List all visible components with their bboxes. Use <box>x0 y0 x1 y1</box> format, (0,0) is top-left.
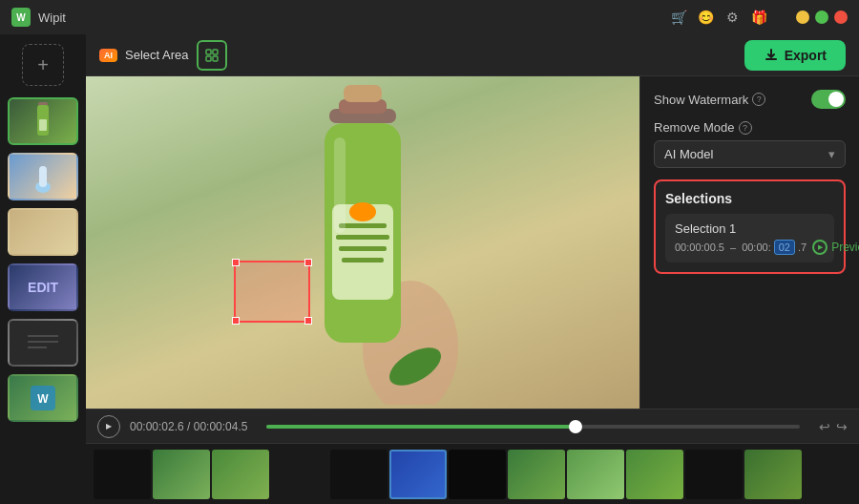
maximize-button[interactable] <box>815 10 828 24</box>
thumbnail-6-bg: W <box>10 376 76 420</box>
time-end: 00:00: 02 .7 <box>742 240 807 255</box>
chevron-down-icon: ▾ <box>828 147 835 161</box>
thumbnail-6[interactable]: W <box>8 374 78 422</box>
timeline-area: ▶ 00:00:02.6 / 00:00:04.5 ↩ ↪ <box>86 409 859 504</box>
selections-title: Selections <box>665 191 834 206</box>
timeline-actions: ↩ ↪ <box>819 419 848 434</box>
thumbnail-3[interactable] <box>8 208 78 256</box>
gear-icon[interactable]: ⚙ <box>722 7 743 28</box>
play-icon: ▶ <box>106 422 112 430</box>
thumbnail-2[interactable] <box>8 153 78 200</box>
preview-circle-icon: ▶ <box>812 240 828 255</box>
svg-rect-21 <box>339 246 387 251</box>
thumbnail-1[interactable] <box>8 97 78 145</box>
selection-item-title: Selection 1 <box>675 221 825 236</box>
titlebar-left: W Wipit <box>11 8 66 27</box>
tool-label: Select Area <box>125 48 189 62</box>
watermark-label: Show Watermark ? <box>654 93 765 107</box>
thumbnail-2-bg <box>10 155 76 199</box>
film-frame-4[interactable] <box>271 450 328 499</box>
remove-mode-info-icon[interactable]: ? <box>739 121 752 135</box>
titlebar: W Wipit 🛒 😊 ⚙ 🎁 <box>0 0 859 34</box>
svg-rect-20 <box>336 235 389 240</box>
ai-badge: AI <box>99 49 117 62</box>
svg-text:W: W <box>37 392 49 406</box>
svg-rect-22 <box>342 258 384 262</box>
video-background <box>86 76 639 409</box>
thumbnail-4-bg: EDIT <box>10 265 76 309</box>
time-start: 00:00:00.5 <box>675 242 724 253</box>
close-button[interactable] <box>834 10 848 24</box>
bottle-image <box>248 80 477 405</box>
watermark-row: Show Watermark ? <box>654 90 846 109</box>
svg-rect-11 <box>213 50 218 54</box>
svg-point-23 <box>349 202 376 221</box>
thumbnail-1-bg <box>10 99 76 143</box>
mode-select-dropdown[interactable]: AI Model ▾ <box>654 140 846 168</box>
sidebar: + EDIT <box>0 34 86 504</box>
film-frame-10[interactable] <box>626 450 683 499</box>
svg-rect-12 <box>206 56 211 61</box>
watermark-toggle[interactable] <box>811 90 846 109</box>
handle-bl <box>232 317 240 325</box>
svg-rect-2 <box>39 119 47 131</box>
film-frame-8[interactable] <box>508 450 565 499</box>
redo-button[interactable]: ↪ <box>836 419 848 434</box>
thumbnail-5-bg <box>10 321 76 365</box>
right-panel: Show Watermark ? Remove Mode ? <box>639 76 859 409</box>
selection-item-time: 00:00:00.5 – 00:00: 02 .7 <box>675 240 825 255</box>
film-frame-7[interactable] <box>449 450 506 499</box>
timeline-scrubber[interactable] <box>266 425 800 429</box>
scrubber-thumb[interactable] <box>569 420 582 433</box>
undo-button[interactable]: ↩ <box>819 419 830 434</box>
film-frame-12[interactable] <box>744 450 802 499</box>
film-frame-6[interactable] <box>389 450 447 499</box>
content-area: AI Select Area Export <box>86 34 859 504</box>
svg-rect-19 <box>339 223 387 228</box>
toggle-knob <box>828 92 844 107</box>
main-layout: + EDIT <box>0 34 859 504</box>
selection-item-1: Selection 1 00:00:00.5 – 00:00: 02 <box>665 214 834 262</box>
svg-rect-10 <box>206 50 211 54</box>
preview-label: Preview <box>831 241 859 254</box>
selections-panel: Selections Selection 1 00:00:00.5 – 00:0… <box>654 179 846 274</box>
film-frame-2[interactable] <box>153 450 210 499</box>
thumbnail-3-bg <box>10 210 76 254</box>
toolbar: AI Select Area Export <box>86 34 859 76</box>
app-name: Wipit <box>38 10 66 25</box>
minimize-button[interactable] <box>796 10 809 24</box>
preview-button[interactable]: ▶ Preview <box>812 240 859 255</box>
select-area-icon-button[interactable] <box>197 40 227 71</box>
current-time: 00:00:02.6 / 00:00:04.5 <box>130 420 247 433</box>
app-logo: W <box>11 8 31 27</box>
play-button[interactable]: ▶ <box>97 415 120 438</box>
film-frame-11[interactable] <box>685 450 743 499</box>
mode-select-value: AI Model <box>664 147 713 161</box>
video-canvas[interactable] <box>86 76 639 409</box>
film-strip <box>86 444 859 504</box>
film-frame-3[interactable] <box>212 450 269 499</box>
remove-mode-section: Remove Mode ? AI Model ▾ <box>654 120 846 168</box>
add-clip-button[interactable]: + <box>22 44 64 86</box>
svg-rect-4 <box>39 166 47 187</box>
film-frame-5[interactable] <box>330 450 388 499</box>
thumbnail-5[interactable] <box>8 319 78 367</box>
scrubber-fill <box>266 425 576 429</box>
handle-tl <box>232 259 240 266</box>
titlebar-right: 🛒 😊 ⚙ 🎁 <box>668 7 848 28</box>
cart-icon[interactable]: 🛒 <box>668 7 689 28</box>
export-button[interactable]: Export <box>744 40 846 71</box>
film-frame-1[interactable] <box>94 450 151 499</box>
remove-mode-label: Remove Mode ? <box>654 120 846 135</box>
toolbar-left: AI Select Area <box>99 40 227 71</box>
face-icon[interactable]: 😊 <box>695 7 716 28</box>
export-label: Export <box>785 48 827 63</box>
gift-icon[interactable]: 🎁 <box>748 7 769 28</box>
watermark-info-icon[interactable]: ? <box>752 93 765 106</box>
film-frame-9[interactable] <box>567 450 624 499</box>
svg-rect-13 <box>213 56 218 61</box>
thumbnail-4[interactable]: EDIT <box>8 263 78 311</box>
svg-rect-25 <box>334 137 346 233</box>
svg-rect-24 <box>344 85 382 102</box>
timeline-controls: ▶ 00:00:02.6 / 00:00:04.5 ↩ ↪ <box>86 410 859 444</box>
